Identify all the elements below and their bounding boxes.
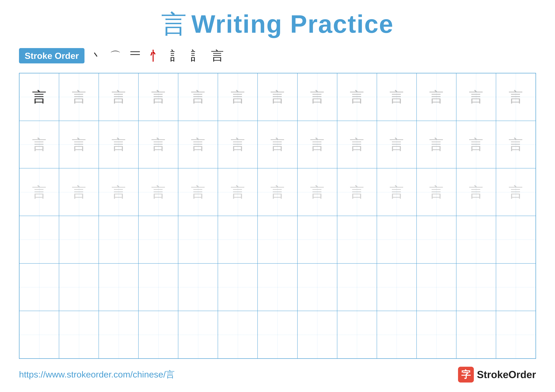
grid-cell[interactable] bbox=[59, 216, 99, 264]
grid-cell[interactable] bbox=[297, 264, 337, 311]
grid-cell[interactable] bbox=[337, 311, 377, 358]
grid-cell[interactable]: 言 bbox=[99, 73, 139, 121]
grid-cell[interactable]: 言 bbox=[337, 168, 377, 216]
grid-cell[interactable]: 言 bbox=[496, 168, 536, 216]
grid-cell[interactable]: 言 bbox=[416, 73, 456, 121]
grid-cell[interactable]: 言 bbox=[258, 168, 297, 216]
grid-cell[interactable] bbox=[297, 216, 337, 264]
grid-cell[interactable]: 言 bbox=[178, 168, 218, 216]
grid-cell[interactable] bbox=[377, 311, 416, 358]
grid-cell[interactable] bbox=[218, 311, 258, 358]
grid-cell[interactable]: 言 bbox=[178, 121, 218, 168]
grid-cell[interactable] bbox=[456, 311, 496, 358]
grid-cell[interactable] bbox=[139, 264, 178, 311]
grid-cell[interactable] bbox=[178, 216, 218, 264]
stroke-step-6: 訁 bbox=[190, 50, 203, 62]
grid-cell[interactable]: 言 bbox=[416, 168, 456, 216]
footer-logo-icon: 字 bbox=[458, 367, 474, 383]
stroke-step-5: 訁 bbox=[170, 50, 183, 62]
grid-cell[interactable]: 言 bbox=[377, 168, 416, 216]
grid-cell[interactable] bbox=[297, 311, 337, 358]
grid-cell[interactable]: 言 bbox=[337, 121, 377, 168]
grid-cell[interactable]: 言 bbox=[139, 168, 178, 216]
grid-cell[interactable] bbox=[139, 216, 178, 264]
grid-cell[interactable]: 言 bbox=[416, 121, 456, 168]
grid-cell[interactable] bbox=[19, 216, 59, 264]
grid-cell[interactable]: 言 bbox=[456, 73, 496, 121]
grid-cell[interactable]: 言 bbox=[178, 73, 218, 121]
grid-cell[interactable]: 言 bbox=[218, 121, 258, 168]
stroke-step-7: 言 bbox=[211, 50, 224, 62]
grid-cell[interactable] bbox=[178, 311, 218, 358]
grid-cell[interactable]: 言 bbox=[218, 168, 258, 216]
grid-cell[interactable]: 言 bbox=[19, 121, 59, 168]
grid-cell[interactable]: 言 bbox=[377, 121, 416, 168]
grid-cell[interactable] bbox=[19, 264, 59, 311]
grid-cell[interactable]: 言 bbox=[496, 121, 536, 168]
grid-cell[interactable] bbox=[59, 311, 99, 358]
grid-cell[interactable]: 言 bbox=[139, 121, 178, 168]
grid-cell[interactable]: 言 bbox=[258, 121, 297, 168]
header-character: 言 bbox=[161, 11, 187, 37]
grid-cell[interactable]: 言 bbox=[99, 168, 139, 216]
grid-cell[interactable]: 言 bbox=[258, 73, 297, 121]
practice-grid: 言言言言言言言言言言言言言言言言言言言言言言言言言言言言言言言言言言言言言言言 bbox=[19, 73, 536, 359]
footer-link[interactable]: https://www.strokeorder.com/chinese/言 bbox=[19, 369, 175, 381]
grid-cell[interactable]: 言 bbox=[456, 121, 496, 168]
page-header: 言 Writing Practice bbox=[19, 9, 536, 39]
grid-cell[interactable]: 言 bbox=[59, 121, 99, 168]
grid-cell[interactable]: 言 bbox=[99, 121, 139, 168]
grid-cell[interactable] bbox=[59, 264, 99, 311]
grid-cell[interactable] bbox=[416, 311, 456, 358]
page-title: Writing Practice bbox=[191, 9, 394, 39]
grid-cell[interactable]: 言 bbox=[496, 73, 536, 121]
grid-cell[interactable] bbox=[496, 311, 536, 358]
grid-cell[interactable]: 言 bbox=[297, 121, 337, 168]
grid-cell[interactable] bbox=[258, 216, 297, 264]
grid-cell[interactable] bbox=[258, 264, 297, 311]
footer-logo: 字 StrokeOrder bbox=[458, 367, 536, 383]
grid-cell[interactable]: 言 bbox=[59, 168, 99, 216]
footer-logo-text: StrokeOrder bbox=[477, 369, 536, 380]
grid-cell[interactable]: 言 bbox=[218, 73, 258, 121]
grid-cell[interactable]: 言 bbox=[337, 73, 377, 121]
grid-cell[interactable] bbox=[416, 216, 456, 264]
grid-cell[interactable]: 言 bbox=[377, 73, 416, 121]
grid-cell[interactable] bbox=[416, 264, 456, 311]
grid-cell[interactable]: 言 bbox=[19, 73, 59, 121]
grid-cell[interactable] bbox=[377, 264, 416, 311]
grid-cell[interactable] bbox=[99, 311, 139, 358]
stroke-step-3 bbox=[129, 49, 141, 63]
grid-cell[interactable] bbox=[19, 311, 59, 358]
grid-cell[interactable] bbox=[218, 264, 258, 311]
grid-cell[interactable]: 言 bbox=[297, 73, 337, 121]
grid-cell[interactable]: 言 bbox=[59, 73, 99, 121]
stroke-step-2: ⌒ bbox=[110, 50, 121, 61]
grid-cell[interactable] bbox=[337, 216, 377, 264]
grid-cell[interactable]: 言 bbox=[19, 168, 59, 216]
footer: https://www.strokeorder.com/chinese/言 字 … bbox=[19, 367, 536, 383]
grid-cell[interactable]: 言 bbox=[456, 168, 496, 216]
grid-cell[interactable] bbox=[377, 216, 416, 264]
grid-cell[interactable] bbox=[178, 264, 218, 311]
grid-cell[interactable]: 言 bbox=[139, 73, 178, 121]
stroke-steps: 丶 ⌒ ⺖ 訁 訁 言 bbox=[91, 49, 224, 63]
stroke-order-badge: Stroke Order bbox=[19, 48, 85, 64]
grid-cell[interactable] bbox=[496, 216, 536, 264]
stroke-order-row: Stroke Order 丶 ⌒ ⺖ 訁 訁 言 bbox=[19, 48, 536, 64]
grid-cell[interactable] bbox=[337, 264, 377, 311]
grid-cell[interactable] bbox=[139, 311, 178, 358]
grid-cell[interactable] bbox=[456, 264, 496, 311]
grid-cell[interactable] bbox=[99, 216, 139, 264]
grid-cell[interactable] bbox=[456, 216, 496, 264]
grid-cell[interactable]: 言 bbox=[297, 168, 337, 216]
grid-cell[interactable] bbox=[258, 311, 297, 358]
stroke-step-4: ⺖ bbox=[149, 50, 162, 62]
grid-cell[interactable] bbox=[99, 264, 139, 311]
stroke-step-1: 丶 bbox=[91, 50, 102, 61]
grid-cell[interactable] bbox=[218, 216, 258, 264]
grid-cell[interactable] bbox=[496, 264, 536, 311]
